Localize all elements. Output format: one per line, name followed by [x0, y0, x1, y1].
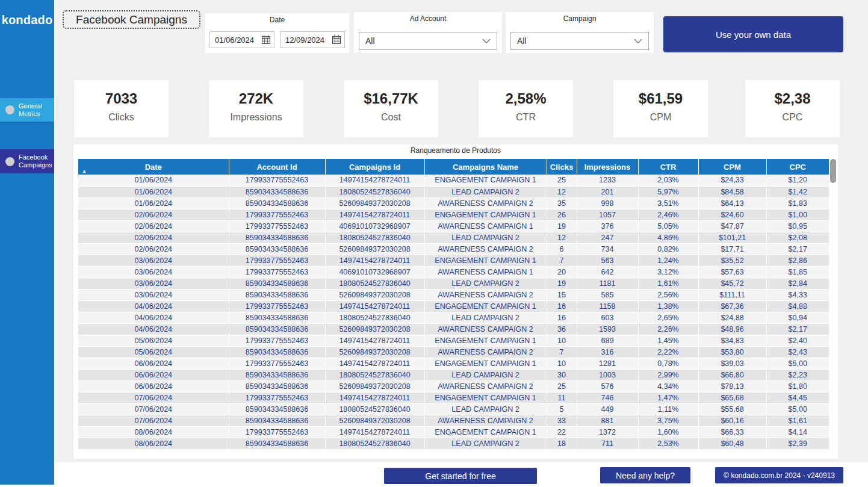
- table-cell: 08/06/2024: [78, 426, 229, 438]
- table-body: 01/06/2024179933775552463149741542787240…: [78, 175, 829, 449]
- ad-account-value: All: [365, 36, 482, 46]
- table-scrollbar[interactable]: [830, 159, 836, 454]
- table-row[interactable]: 01/06/2024859034334588636526098493720302…: [78, 197, 829, 209]
- table-cell: 859034334588636: [229, 312, 325, 323]
- sidebar-item-facebook-campaigns[interactable]: Facebook Campaigns: [0, 149, 54, 173]
- table-row[interactable]: 03/06/2024859034334588636180805245278360…: [78, 278, 829, 289]
- table-cell: 179933775552463: [229, 175, 325, 186]
- table-cell: ENGAGEMENT CAMPAIGN 1: [424, 175, 547, 186]
- table-cell: 179933775552463: [229, 220, 325, 232]
- column-header-date[interactable]: Date ▲: [78, 159, 229, 175]
- table-row[interactable]: 02/06/2024179933775552463149741542787240…: [78, 209, 829, 220]
- table-cell: $1,61: [766, 415, 829, 426]
- table-cell: 52609849372030208: [325, 380, 424, 392]
- kpi-value: $61,59: [613, 90, 708, 107]
- table-cell: 03/06/2024: [78, 255, 229, 266]
- column-header-clicks[interactable]: Clicks: [547, 159, 577, 175]
- table-cell: $53,80: [698, 346, 766, 358]
- table-cell: AWARENESS CAMPAIGN 2: [424, 380, 547, 392]
- column-header-cpc[interactable]: CPC: [766, 159, 829, 175]
- table-row[interactable]: 06/06/2024859034334588636526098493720302…: [78, 380, 829, 392]
- table-row[interactable]: 04/06/2024179933775552463149741542787240…: [78, 300, 829, 312]
- campaign-label: Campaign: [506, 14, 654, 23]
- date-end-value: 12/09/2024: [285, 36, 332, 45]
- need-help-button[interactable]: Need any help?: [600, 467, 690, 483]
- date-end-input[interactable]: 12/09/2024: [280, 31, 345, 48]
- table-row[interactable]: 01/06/2024859034334588636180805245278360…: [78, 186, 829, 197]
- table-row[interactable]: 02/06/2024859034334588636526098493720302…: [78, 243, 829, 255]
- table-row[interactable]: 08/06/2024859034334588636180805245278360…: [78, 438, 829, 449]
- table-cell: 11: [547, 392, 577, 403]
- table-cell: LEAD CAMPAIGN 2: [424, 186, 547, 197]
- table-cell: 859034334588636: [229, 323, 325, 335]
- column-header-account-id[interactable]: Account Id: [229, 159, 325, 175]
- table-cell: 02/06/2024: [78, 243, 229, 255]
- column-header-campaigns-id[interactable]: Campaigns Id: [325, 159, 424, 175]
- table-cell: 4,34%: [638, 380, 698, 392]
- table-cell: $47,87: [698, 220, 766, 232]
- chevron-down-icon: [634, 39, 642, 44]
- table-header-row: Date ▲ Account Id Campaigns Id Campaigns…: [78, 159, 829, 175]
- ad-account-dropdown[interactable]: All: [359, 32, 497, 50]
- use-your-own-data-button[interactable]: Use your own data: [663, 16, 843, 52]
- table-cell: 52609849372030208: [325, 415, 424, 426]
- table-cell: 1057: [577, 209, 638, 220]
- table-cell: 04/06/2024: [78, 312, 229, 323]
- column-header-cpm[interactable]: CPM: [698, 159, 766, 175]
- table-row[interactable]: 04/06/2024859034334588636180805245278360…: [78, 312, 829, 323]
- table-row[interactable]: 01/06/2024179933775552463149741542787240…: [78, 175, 829, 186]
- table-cell: 5,97%: [638, 186, 698, 197]
- table-cell: $1,00: [766, 209, 829, 220]
- table-cell: $2,08: [766, 232, 829, 243]
- table-row[interactable]: 05/06/2024179933775552463149741542787240…: [78, 335, 829, 346]
- table-row[interactable]: 07/06/2024859034334588636526098493720302…: [78, 415, 829, 426]
- table-cell: $24,60: [698, 209, 766, 220]
- get-started-button[interactable]: Get started for free: [384, 468, 537, 484]
- calendar-icon: [332, 36, 341, 44]
- campaign-dropdown[interactable]: All: [510, 32, 649, 50]
- table-cell: 20: [547, 266, 577, 278]
- table-cell: 2,03%: [638, 175, 698, 186]
- table-cell: 16: [547, 312, 577, 323]
- table-row[interactable]: 03/06/2024859034334588636526098493720302…: [78, 289, 829, 300]
- table-row[interactable]: 02/06/2024859034334588636180805245278360…: [78, 232, 829, 243]
- table-cell: 03/06/2024: [78, 266, 229, 278]
- sidebar-item-general-metrics[interactable]: General Metrics: [0, 98, 54, 122]
- table-row[interactable]: 07/06/2024859034334588636180805245278360…: [78, 403, 829, 415]
- column-header-impressions[interactable]: Impressions: [577, 159, 638, 175]
- table-row[interactable]: 05/06/2024859034334588636526098493720302…: [78, 346, 829, 358]
- table-row[interactable]: 06/06/2024859034334588636180805245278360…: [78, 369, 829, 380]
- sort-ascending-icon[interactable]: ▲: [82, 169, 87, 174]
- table-cell: 5: [547, 403, 577, 415]
- column-header-campaigns-name[interactable]: Campaigns Name: [424, 159, 547, 175]
- table-cell: $66,33: [698, 426, 766, 438]
- scrollbar-thumb[interactable]: [830, 159, 836, 183]
- table-cell: 859034334588636: [229, 243, 325, 255]
- table-row[interactable]: 02/06/2024179933775552463406910107329689…: [78, 220, 829, 232]
- column-header-ctr[interactable]: CTR: [638, 159, 698, 175]
- table-cell: $65,68: [698, 392, 766, 403]
- table-cell: ENGAGEMENT CAMPAIGN 1: [424, 335, 547, 346]
- table-cell: 08/06/2024: [78, 438, 229, 449]
- date-start-input[interactable]: 01/06/2024: [209, 31, 274, 48]
- sidebar-item-label: General Metrics: [19, 102, 54, 118]
- table-cell: $2,39: [766, 438, 829, 449]
- table-cell: 22: [547, 426, 577, 438]
- table-cell: $4,45: [766, 392, 829, 403]
- calendar-icon: [262, 36, 270, 44]
- table-cell: 1,11%: [638, 403, 698, 415]
- table-row[interactable]: 03/06/2024179933775552463149741542787240…: [78, 255, 829, 266]
- campaigns-table-panel: Ranqueamento de Produtos Date ▲ Account …: [73, 144, 838, 459]
- table-row[interactable]: 04/06/2024859034334588636526098493720302…: [78, 323, 829, 335]
- table-cell: 179933775552463: [229, 209, 325, 220]
- table-cell: LEAD CAMPAIGN 2: [424, 312, 547, 323]
- table-row[interactable]: 07/06/2024179933775552463149741542787240…: [78, 392, 829, 403]
- table-row[interactable]: 03/06/2024179933775552463406910107329689…: [78, 266, 829, 278]
- kpi-label: CPM: [613, 112, 708, 123]
- table-cell: 179933775552463: [229, 426, 325, 438]
- table-row[interactable]: 06/06/2024179933775552463149741542787240…: [78, 358, 829, 369]
- table-row[interactable]: 08/06/2024179933775552463149741542787240…: [78, 426, 829, 438]
- table-cell: 01/06/2024: [78, 197, 229, 209]
- table-cell: 19: [547, 278, 577, 289]
- table-cell: 25: [547, 380, 577, 392]
